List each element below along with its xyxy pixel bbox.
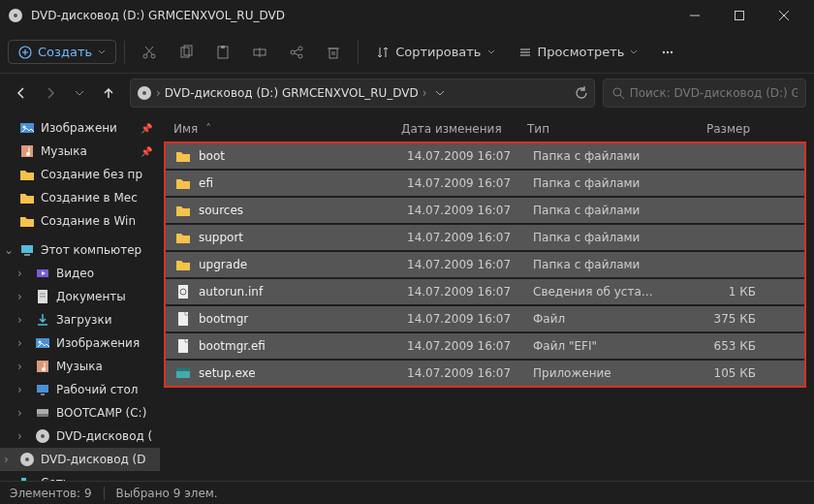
pin-icon: 📌 xyxy=(141,123,152,134)
sidebar-item[interactable]: Изображени📌 xyxy=(0,116,160,140)
search-icon xyxy=(611,86,624,100)
delete-button[interactable] xyxy=(317,36,350,69)
file-name: support xyxy=(199,231,407,244)
sidebar-item[interactable]: ›DVD-дисковод ( xyxy=(0,425,160,448)
file-row[interactable]: bootmgr.efi 14.07.2009 16:07 Файл "EFI" … xyxy=(166,333,804,359)
close-button[interactable] xyxy=(762,0,806,31)
svg-point-9 xyxy=(143,54,147,58)
chevron-right-icon: › xyxy=(17,383,22,396)
file-row[interactable]: efi 14.07.2009 16:07 Папка с файлами xyxy=(166,171,804,196)
doc-icon xyxy=(35,289,50,304)
file-row[interactable]: boot 14.07.2009 16:07 Папка с файлами xyxy=(166,143,804,169)
up-button[interactable] xyxy=(95,79,122,107)
image-icon xyxy=(35,335,50,351)
svg-point-41 xyxy=(23,126,26,129)
share-button[interactable] xyxy=(280,36,313,69)
create-button[interactable]: Создать xyxy=(8,40,116,64)
minimize-button[interactable] xyxy=(673,0,717,31)
sidebar-item-pc[interactable]: ⌄Этот компьютер xyxy=(0,238,160,262)
file-date: 14.07.2009 16:07 xyxy=(407,366,533,380)
cut-button[interactable] xyxy=(133,36,166,69)
more-button[interactable] xyxy=(651,36,684,69)
sidebar-item[interactable]: Музыка📌 xyxy=(0,140,160,163)
pc-icon xyxy=(19,242,35,258)
recent-button[interactable] xyxy=(66,79,93,107)
sidebar-item[interactable]: ›Видео xyxy=(0,262,160,285)
sidebar-item[interactable]: ›Музыка xyxy=(0,355,160,378)
scissors-icon xyxy=(141,45,157,60)
search-input[interactable] xyxy=(630,86,798,100)
svg-point-54 xyxy=(42,367,46,371)
copy-icon xyxy=(178,45,194,60)
search-box[interactable] xyxy=(603,79,806,108)
col-date[interactable]: Дата изменения xyxy=(401,122,527,136)
app-icon xyxy=(175,365,191,381)
svg-point-20 xyxy=(298,47,302,50)
breadcrumb-seg[interactable]: DVD-дисковод (D:) GRMCENXVOL_RU_DVD xyxy=(165,86,419,100)
paste-button[interactable] xyxy=(206,36,239,69)
file-row[interactable]: setup.exe 14.07.2009 16:07 Приложение 10… xyxy=(166,361,804,386)
file-type: Сведения об устано… xyxy=(533,285,659,299)
file-type: Папка с файлами xyxy=(533,258,659,271)
sidebar-item[interactable]: ›Загрузки xyxy=(0,308,160,331)
svg-point-35 xyxy=(671,50,673,52)
forward-button[interactable] xyxy=(37,79,64,107)
file-name: boot xyxy=(199,149,407,163)
file-name: autorun.inf xyxy=(199,285,407,299)
file-date: 14.07.2009 16:07 xyxy=(407,285,533,299)
create-label: Создать xyxy=(38,45,92,59)
file-size: 1 КБ xyxy=(659,285,756,299)
col-name[interactable]: Имя ˄ xyxy=(173,122,401,136)
network-icon xyxy=(19,475,35,481)
sort-asc-icon: ˄ xyxy=(205,122,211,136)
sidebar-item[interactable]: Создание в Мес xyxy=(0,186,160,209)
sidebar-item[interactable]: Создание без пр xyxy=(0,163,160,186)
rename-button[interactable] xyxy=(243,36,276,69)
file-row[interactable]: bootmgr 14.07.2009 16:07 Файл 375 КБ xyxy=(166,306,804,331)
svg-line-12 xyxy=(145,47,152,54)
file-row[interactable]: upgrade 14.07.2009 16:07 Папка с файлами xyxy=(166,252,804,277)
svg-rect-58 xyxy=(37,414,48,417)
rename-icon xyxy=(252,45,267,60)
breadcrumb-dropdown[interactable] xyxy=(431,88,449,98)
sort-button[interactable]: Сортировать xyxy=(366,39,504,65)
sidebar-item[interactable]: Создание в Win xyxy=(0,209,160,233)
file-row[interactable]: support 14.07.2009 16:07 Папка с файлами xyxy=(166,225,804,250)
copy-button[interactable] xyxy=(170,36,203,69)
sidebar-item[interactable]: ›Документы xyxy=(0,285,160,308)
file-row[interactable]: autorun.inf 14.07.2009 16:07 Сведения об… xyxy=(166,279,804,304)
view-button[interactable]: Просмотреть xyxy=(509,39,648,65)
svg-point-52 xyxy=(39,341,42,344)
chevron-down-icon xyxy=(630,48,638,56)
back-button[interactable] xyxy=(8,79,35,107)
titlebar: DVD-дисковод (D:) GRMCENXVOL_RU_DVD xyxy=(0,0,814,31)
dvd-icon xyxy=(19,452,35,467)
clipboard-icon xyxy=(215,45,231,60)
share-icon xyxy=(289,45,304,60)
file-name: setup.exe xyxy=(199,366,407,380)
sidebar-item-dvd[interactable]: ›DVD-дисковод (D xyxy=(0,448,160,471)
chevron-down-icon: ⌄ xyxy=(4,243,14,257)
svg-line-22 xyxy=(295,49,298,51)
sidebar-item[interactable]: ›Рабочий стол xyxy=(0,378,160,401)
file-date: 14.07.2009 16:07 xyxy=(407,231,533,244)
col-size[interactable]: Размер xyxy=(653,122,750,136)
file-list: boot 14.07.2009 16:07 Папка с файлами ef… xyxy=(164,142,806,388)
image-icon xyxy=(19,120,35,136)
svg-point-38 xyxy=(613,88,621,96)
sidebar-item-network[interactable]: ›Сеть xyxy=(0,471,160,481)
folder-icon xyxy=(175,230,191,245)
breadcrumb[interactable]: › DVD-дисковод (D:) GRMCENXVOL_RU_DVD › xyxy=(130,79,595,108)
col-type[interactable]: Тип xyxy=(527,122,653,136)
file-row[interactable]: sources 14.07.2009 16:07 Папка с файлами xyxy=(166,198,804,223)
file-type: Папка с файлами xyxy=(533,231,659,244)
svg-point-60 xyxy=(41,434,45,438)
svg-rect-44 xyxy=(21,245,33,253)
svg-point-19 xyxy=(291,50,295,54)
refresh-button[interactable] xyxy=(575,86,588,100)
sidebar-item[interactable]: ›Изображения xyxy=(0,331,160,355)
sidebar-item[interactable]: ›BOOTCAMP (C:) xyxy=(0,401,160,425)
maximize-button[interactable] xyxy=(717,0,762,31)
svg-rect-45 xyxy=(24,254,30,256)
svg-rect-70 xyxy=(176,368,190,371)
